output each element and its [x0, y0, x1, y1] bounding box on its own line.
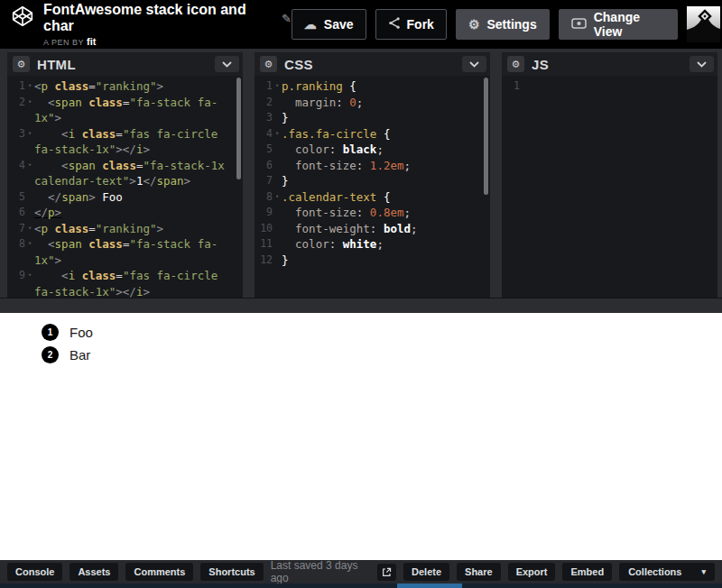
fold-spacer — [25, 284, 34, 299]
share-button[interactable]: Share — [457, 563, 501, 581]
shortcuts-button[interactable]: Shortcuts — [200, 563, 263, 581]
pen-title: FontAwesome stack icon and char — [43, 2, 274, 34]
code-line[interactable]: 8▾.calendar-text { — [255, 189, 490, 206]
code-line[interactable]: 4▾.fas.fa-circle { — [255, 126, 490, 142]
code-line[interactable]: 9▾ <i class="fas fa-circle — [7, 268, 243, 284]
fold-spacer — [273, 110, 282, 126]
fold-arrow-icon[interactable]: ▾ — [273, 189, 282, 206]
author-link[interactable]: fit — [87, 36, 96, 47]
fold-spacer — [273, 236, 282, 253]
fold-arrow-icon[interactable]: ▾ — [25, 221, 34, 237]
fold-spacer — [273, 205, 282, 221]
code-line[interactable]: 12} — [255, 253, 490, 269]
horizontal-scrollbar-thumb[interactable] — [397, 583, 462, 588]
code-line[interactable]: 10 font-weight: bold; — [255, 221, 490, 237]
save-label: Save — [324, 17, 354, 32]
code-line[interactable]: 1x"> — [7, 253, 243, 269]
change-view-label: Change View — [594, 10, 665, 39]
code-line[interactable]: 2 margin: 0; — [255, 95, 490, 111]
open-live-view-button[interactable] — [377, 564, 396, 581]
footer-bar: Console Assets Comments Shortcuts Last s… — [0, 560, 722, 583]
delete-button[interactable]: Delete — [403, 563, 449, 581]
fold-arrow-icon[interactable]: ▾ — [25, 78, 34, 95]
code-line[interactable]: 7} — [255, 173, 490, 189]
code-line[interactable]: 11 color: white; — [255, 236, 490, 253]
css-code-editor[interactable]: 1▾p.ranking {2 margin: 0;3}4▾.fas.fa-cir… — [255, 76, 490, 298]
js-panel-header: ⚙ JS — [502, 52, 717, 76]
fold-arrow-icon[interactable]: ▾ — [25, 126, 34, 142]
code-line[interactable]: 7▾<p class="ranking"> — [7, 221, 243, 237]
code-line[interactable]: calendar-text">1</span> — [7, 173, 243, 189]
code-line[interactable]: 6</p> — [7, 205, 243, 221]
codepen-logo-icon[interactable] — [11, 5, 34, 32]
fold-spacer — [25, 189, 34, 206]
editor-row: ⚙ HTML 1▾<p class="ranking">2▾ <span cla… — [0, 52, 722, 298]
caret-down-icon: ▾ — [701, 567, 706, 576]
fold-arrow-icon[interactable]: ▾ — [273, 126, 282, 142]
code-line[interactable]: 1 — [502, 78, 717, 95]
fold-spacer — [273, 158, 282, 174]
preview-pane: 1 Foo 2 Bar — [0, 313, 722, 560]
collections-dropdown[interactable]: Collections ▾ — [619, 563, 715, 581]
html-code-editor[interactable]: 1▾<p class="ranking">2▾ <span class="fa-… — [7, 76, 243, 298]
code-line[interactable]: 2▾ <span class="fa-stack fa- — [7, 95, 243, 111]
js-code-editor[interactable]: 1 — [502, 76, 717, 298]
fold-spacer — [273, 253, 282, 269]
code-line[interactable]: 5 </span> Foo — [7, 189, 243, 206]
edit-title-icon[interactable]: ✎ — [282, 12, 292, 25]
code-line[interactable]: 8▾ <span class="fa-stack fa- — [7, 236, 243, 253]
console-button[interactable]: Console — [7, 563, 62, 581]
gear-icon: ⚙ — [468, 18, 480, 31]
fold-spacer — [25, 173, 34, 189]
html-settings-gear-icon[interactable]: ⚙ — [13, 56, 30, 72]
code-line[interactable]: 5 color: black; — [255, 142, 490, 158]
js-settings-gear-icon[interactable]: ⚙ — [507, 56, 524, 72]
js-collapse-button[interactable] — [690, 56, 714, 72]
rank-label-bar: Bar — [69, 347, 90, 363]
code-line[interactable]: 9 font-size: 0.8em; — [255, 205, 490, 221]
avatar[interactable] — [687, 6, 720, 42]
fold-arrow-icon[interactable]: ▾ — [25, 95, 34, 111]
code-line[interactable]: fa-stack-1x"></i> — [7, 284, 243, 299]
code-line[interactable]: 1▾p.ranking { — [255, 78, 490, 95]
change-view-button[interactable]: Change View — [559, 9, 678, 40]
fold-spacer — [25, 253, 34, 269]
change-view-icon — [571, 17, 587, 32]
preview-row-bar: 2 Bar — [0, 344, 722, 366]
html-collapse-button[interactable] — [215, 56, 239, 72]
fold-arrow-icon[interactable]: ▾ — [25, 236, 34, 253]
code-line[interactable]: 3} — [255, 110, 490, 126]
rank-badge-2: 2 — [42, 346, 59, 363]
fork-button[interactable]: Fork — [375, 9, 447, 40]
css-vertical-scrollbar-thumb[interactable] — [484, 78, 488, 195]
comments-button[interactable]: Comments — [125, 563, 193, 581]
settings-button[interactable]: ⚙ Settings — [456, 9, 550, 40]
css-panel: ⚙ CSS 1▾p.ranking {2 margin: 0;3}4▾.fas.… — [255, 52, 490, 298]
fold-spacer — [273, 173, 282, 189]
editor-preview-resize-handle[interactable] — [0, 298, 722, 313]
html-vertical-scrollbar-thumb[interactable] — [236, 78, 241, 179]
code-line[interactable]: 4▾ <span class="fa-stack-1x — [7, 158, 243, 174]
css-settings-gear-icon[interactable]: ⚙ — [260, 56, 277, 72]
assets-button[interactable]: Assets — [69, 563, 118, 581]
fold-arrow-icon[interactable]: ▾ — [273, 78, 282, 95]
code-line[interactable]: 1x"> — [7, 110, 243, 126]
code-line[interactable]: fa-stack-1x"></i> — [7, 142, 243, 158]
save-button[interactable]: ☁ Save — [292, 9, 366, 40]
fold-arrow-icon[interactable]: ▾ — [25, 158, 34, 174]
fold-spacer — [25, 205, 34, 221]
preview-row-foo: 1 Foo — [0, 321, 722, 344]
collections-label: Collections — [628, 566, 681, 577]
horizontal-scrollbar[interactable] — [0, 583, 722, 588]
html-panel-header: ⚙ HTML — [7, 52, 243, 76]
code-line[interactable]: 6 font-size: 1.2em; — [255, 158, 490, 174]
fold-spacer — [273, 221, 282, 237]
fold-arrow-icon[interactable]: ▾ — [25, 268, 34, 284]
embed-button[interactable]: Embed — [562, 563, 612, 581]
fold-spacer — [520, 78, 529, 95]
code-line[interactable]: 3▾ <i class="fas fa-circle — [7, 126, 243, 142]
css-collapse-button[interactable] — [462, 56, 486, 72]
html-panel-title: HTML — [37, 57, 76, 72]
export-button[interactable]: Export — [508, 563, 556, 581]
code-line[interactable]: 1▾<p class="ranking"> — [7, 78, 243, 95]
